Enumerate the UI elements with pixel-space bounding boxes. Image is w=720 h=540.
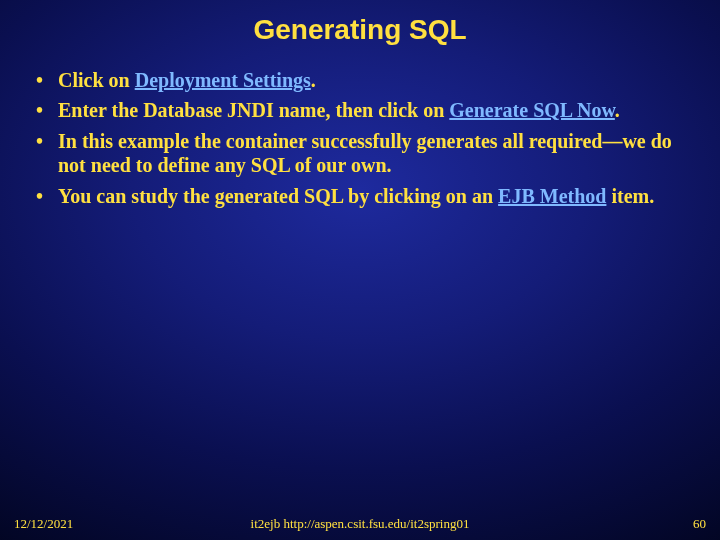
bullet-text: . <box>615 99 620 121</box>
link-ejb-method[interactable]: EJB Method <box>498 185 606 207</box>
bullet-item: Enter the Database JNDI name, then click… <box>30 98 690 122</box>
footer: 12/12/2021 it2ejb http://aspen.csit.fsu.… <box>0 516 720 532</box>
bullet-item: You can study the generated SQL by click… <box>30 184 690 208</box>
bullet-list: Click on Deployment Settings. Enter the … <box>30 68 690 208</box>
bullet-text: Enter the Database JNDI name, then click… <box>58 99 449 121</box>
bullet-text: You can study the generated SQL by click… <box>58 185 498 207</box>
bullet-text: item. <box>606 185 654 207</box>
slide-body: Click on Deployment Settings. Enter the … <box>0 46 720 208</box>
bullet-text: . <box>311 69 316 91</box>
footer-source: it2ejb http://aspen.csit.fsu.edu/it2spri… <box>251 516 470 532</box>
slide-title: Generating SQL <box>0 0 720 46</box>
bullet-text: Click on <box>58 69 135 91</box>
bullet-item: Click on Deployment Settings. <box>30 68 690 92</box>
link-generate-sql-now[interactable]: Generate SQL Now <box>449 99 615 121</box>
footer-page-number: 60 <box>693 516 706 532</box>
link-deployment-settings[interactable]: Deployment Settings <box>135 69 311 91</box>
footer-date: 12/12/2021 <box>14 516 73 532</box>
slide: Generating SQL Click on Deployment Setti… <box>0 0 720 540</box>
bullet-item: In this example the container successful… <box>30 129 690 178</box>
bullet-text: In this example the container successful… <box>58 130 672 176</box>
